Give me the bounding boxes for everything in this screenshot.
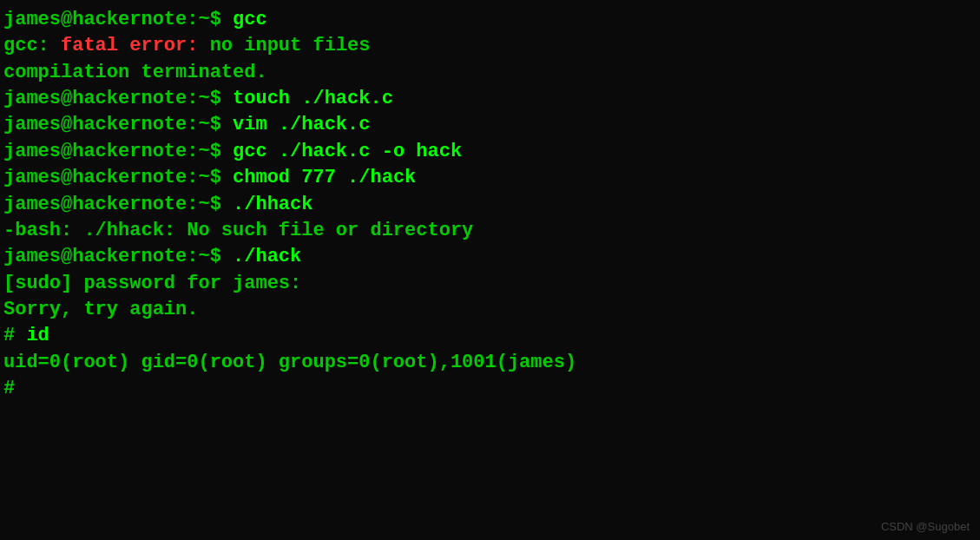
command-8: ./hhack bbox=[233, 194, 312, 215]
command-1: gcc bbox=[233, 9, 267, 30]
command-6: gcc ./hack.c -o hack bbox=[233, 141, 462, 162]
terminal-line-2: gcc: fatal error: no input files bbox=[3, 33, 977, 59]
terminal-line-9: -bash: ./hhack: No such file or director… bbox=[3, 218, 977, 244]
terminal-line-4: james@hackernote:~$ touch ./hack.c bbox=[3, 86, 977, 112]
error-rest: no input files bbox=[198, 35, 370, 56]
prompt-8: james@hackernote:~$ bbox=[3, 194, 233, 215]
terminal-line-7: james@hackernote:~$ chmod 777 ./hack bbox=[3, 165, 977, 191]
watermark: CSDN @Sugobet bbox=[881, 520, 970, 533]
prompt-6: james@hackernote:~$ bbox=[3, 141, 233, 162]
error-keyword: fatal error: bbox=[61, 35, 198, 56]
prompt-10: james@hackernote:~$ bbox=[3, 246, 233, 267]
command-7: chmod 777 ./hack bbox=[233, 167, 416, 188]
prompt-1: james@hackernote:~$ bbox=[3, 9, 233, 30]
prompt-13: # bbox=[3, 325, 26, 346]
terminal-line-1: james@hackernote:~$ gcc bbox=[3, 7, 977, 33]
command-4: touch ./hack.c bbox=[233, 88, 393, 109]
prompt-5: james@hackernote:~$ bbox=[3, 114, 233, 135]
command-10: ./hack bbox=[233, 246, 301, 267]
prompt-4: james@hackernote:~$ bbox=[3, 88, 233, 109]
terminal-line-5: james@hackernote:~$ vim ./hack.c bbox=[3, 112, 977, 138]
terminal-line-13: # id bbox=[3, 323, 977, 349]
command-13: id bbox=[26, 325, 49, 346]
terminal-line-14: uid=0(root) gid=0(root) groups=0(root),1… bbox=[3, 350, 977, 376]
terminal-line-10: james@hackernote:~$ ./hack bbox=[3, 244, 977, 270]
prompt-15: # bbox=[3, 378, 26, 399]
command-5: vim ./hack.c bbox=[233, 114, 370, 135]
terminal-line-8: james@hackernote:~$ ./hhack bbox=[3, 192, 977, 218]
terminal-line-3: compilation terminated. bbox=[3, 60, 977, 86]
terminal-line-6: james@hackernote:~$ gcc ./hack.c -o hack bbox=[3, 139, 977, 165]
terminal-line-15: # bbox=[3, 376, 977, 402]
error-prefix: gcc: bbox=[3, 35, 61, 56]
terminal-line-12: Sorry, try again. bbox=[3, 297, 977, 323]
terminal-window: james@hackernote:~$ gcc gcc: fatal error… bbox=[0, 0, 980, 409]
terminal-line-11: [sudo] password for james: bbox=[3, 271, 977, 297]
prompt-7: james@hackernote:~$ bbox=[3, 167, 233, 188]
